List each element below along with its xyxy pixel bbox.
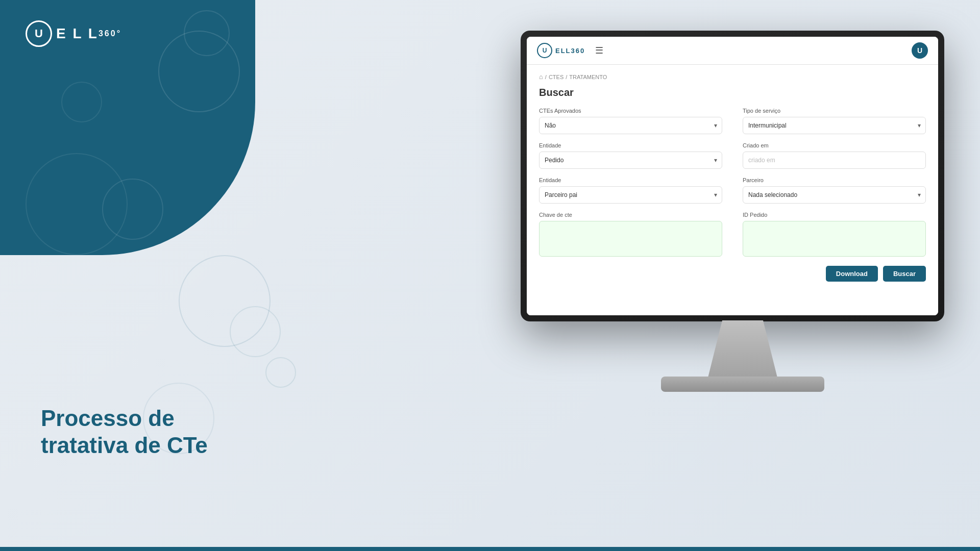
monitor-wrapper: U ELL360 ☰ U ⌂ / CTES / TRATAMENTO [521,31,965,520]
label-chave-cte: Chave de cte [539,212,722,218]
form-actions: Download Buscar [539,266,926,282]
app-content: ⌂ / CTES / TRATAMENTO Buscar CTEs Aprova… [527,65,938,315]
input-criado-em[interactable] [743,152,926,169]
app-logo-small: U ELL360 [537,43,585,58]
label-parceiro: Parceiro [743,177,926,183]
form-group-id-pedido: ID Pedido [743,212,926,257]
select-entidade1[interactable]: Pedido CTE [539,152,722,169]
user-avatar[interactable]: U [912,42,928,59]
form-group-parceiro: Parceiro Nada selecionado [743,177,926,204]
download-button[interactable]: Download [826,266,878,282]
decorative-circle-8 [265,357,296,388]
label-criado-em: Criado em [743,142,926,148]
textarea-id-pedido[interactable] [743,221,926,257]
buscar-button[interactable]: Buscar [883,266,926,282]
page-title: Buscar [539,87,926,98]
headline-line2: tratativa de CTe [41,433,208,458]
label-tipo-servico: Tipo de serviço [743,108,926,114]
select-tipo-servico[interactable]: Intermunicipal Interestadual [743,117,926,134]
label-entidade2: Entidade [539,177,722,183]
breadcrumb-tratamento[interactable]: TRATAMENTO [569,74,607,80]
app-logo-text-small: ELL360 [555,47,585,55]
form-group-entidade1: Entidade Pedido CTE [539,142,722,169]
monitor-stand [692,320,794,382]
headline-title: Processo de tratativa de CTe [41,405,208,459]
bottom-bar [0,547,980,551]
breadcrumb-ctes[interactable]: CTES [549,74,564,80]
breadcrumb-home[interactable]: ⌂ [539,73,543,81]
breadcrumb-sep2: / [566,74,567,80]
logo-text-ell: E L L [56,26,99,41]
breadcrumb: ⌂ / CTES / TRATAMENTO [539,73,926,81]
logo-360: 360° [99,29,121,38]
app-header: U ELL360 ☰ U [527,37,938,65]
label-id-pedido: ID Pedido [743,212,926,218]
logo-text-full: E L L360° [56,26,121,42]
form-group-ctes-aprovados: CTEs Aprovados Não Sim [539,108,722,134]
select-wrapper-ctes: Não Sim [539,117,722,134]
select-wrapper-parceiro: Nada selecionado [743,186,926,204]
select-parceiro[interactable]: Nada selecionado [743,186,926,204]
select-entidade2[interactable]: Parceiro pai Parceiro filho [539,186,722,204]
select-wrapper-tipo: Intermunicipal Interestadual [743,117,926,134]
logo-icon: U [26,20,52,47]
logo-letter: U [35,27,43,40]
monitor-screen: U ELL360 ☰ U ⌂ / CTES / TRATAMENTO [527,37,938,315]
decorative-circle-7 [230,306,281,357]
select-ctes-aprovados[interactable]: Não Sim [539,117,722,134]
monitor-bezel: U ELL360 ☰ U ⌂ / CTES / TRATAMENTO [521,31,944,321]
decorative-circle-5 [61,82,102,122]
search-form: CTEs Aprovados Não Sim Tipo de serviço [539,108,926,257]
form-group-chave-cte: Chave de cte [539,212,722,257]
decorative-circle-2 [184,10,230,56]
hamburger-icon[interactable]: ☰ [595,45,603,56]
decorative-circle-4 [102,179,163,240]
logo-area: U E L L360° [26,20,121,47]
label-entidade1: Entidade [539,142,722,148]
app-logo-icon-small: U [537,43,552,58]
monitor-base [661,377,824,392]
breadcrumb-sep1: / [545,74,547,80]
main-text-area: Processo de tratativa de CTe [41,405,208,459]
headline-line1: Processo de [41,406,175,431]
form-group-tipo-servico: Tipo de serviço Intermunicipal Interesta… [743,108,926,134]
select-wrapper-entidade2: Parceiro pai Parceiro filho [539,186,722,204]
form-group-entidade2: Entidade Parceiro pai Parceiro filho [539,177,722,204]
form-group-criado-em: Criado em [743,142,926,169]
textarea-chave-cte[interactable] [539,221,722,257]
select-wrapper-entidade1: Pedido CTE [539,152,722,169]
label-ctes-aprovados: CTEs Aprovados [539,108,722,114]
